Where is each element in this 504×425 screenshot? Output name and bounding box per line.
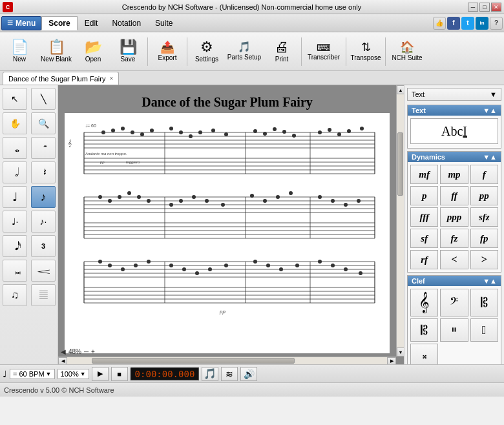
hand-tool[interactable]: ✋ bbox=[3, 112, 27, 134]
dynamic-sf[interactable]: sf bbox=[410, 229, 438, 248]
status-text: Crescendo v 5.00 © NCH Software bbox=[4, 386, 114, 394]
dynamic-rf[interactable]: rf bbox=[410, 250, 438, 269]
dotted-quarter-tool[interactable]: ♩· bbox=[3, 211, 27, 233]
scroll-thumb[interactable] bbox=[397, 132, 403, 196]
vertical-scrollbar[interactable]: ▲ ▼ bbox=[396, 85, 404, 357]
double-note-tool[interactable]: 𝅜 bbox=[3, 260, 27, 282]
dynamic-p[interactable]: p bbox=[410, 186, 438, 205]
multi-measure-tool[interactable]: 𝄚 bbox=[31, 284, 56, 306]
tempo-down-arrow[interactable]: ▼ bbox=[46, 371, 52, 377]
new-button[interactable]: 📄 New bbox=[3, 34, 36, 69]
open-button[interactable]: 📂 Open bbox=[76, 34, 110, 69]
parts-setup-icon: 🎵 bbox=[238, 42, 251, 52]
line-tool[interactable]: ╲ bbox=[31, 88, 56, 110]
text-section-collapse[interactable]: ▼▲ bbox=[483, 107, 497, 114]
tab-score[interactable]: Score bbox=[41, 16, 77, 30]
dynamic-sfz[interactable]: sfz bbox=[470, 207, 498, 227]
type-dropdown[interactable]: Text ▼ bbox=[407, 88, 501, 101]
neutral-clef-button[interactable]: 𝄨 bbox=[470, 318, 498, 342]
select-tool[interactable]: ↖ bbox=[3, 88, 27, 110]
facebook-button[interactable]: f bbox=[447, 17, 460, 30]
menu-button[interactable]: ☰ Menu bbox=[1, 16, 41, 30]
dynamic-fff[interactable]: fff bbox=[410, 207, 438, 227]
tenor-clef-button[interactable]: 𝄡 bbox=[410, 318, 438, 342]
print-button[interactable]: 🖨 Print bbox=[265, 34, 299, 69]
like-button[interactable]: 👍 bbox=[433, 17, 446, 30]
dynamic-decresc[interactable]: > bbox=[470, 250, 498, 269]
dynamic-fz[interactable]: fz bbox=[440, 229, 468, 248]
score-tab[interactable]: Dance of the Sugar Plum Fairy × bbox=[3, 72, 119, 85]
dynamic-fp[interactable]: fp bbox=[470, 229, 498, 248]
text-sample-button[interactable]: AbcI bbox=[410, 118, 498, 144]
alto-clef-button[interactable]: 𝄡 bbox=[470, 289, 498, 316]
zoom-control[interactable]: 100% ▼ bbox=[58, 369, 89, 379]
half-note-tool[interactable]: 𝅗𝅥 bbox=[3, 161, 27, 183]
save-button[interactable]: 💾 Save bbox=[111, 34, 145, 69]
dynamics-section-header[interactable]: Dynamics ▼▲ bbox=[408, 152, 501, 162]
dynamic-f[interactable]: f bbox=[470, 165, 498, 184]
dynamic-mp[interactable]: mp bbox=[440, 165, 468, 184]
score-tab-close[interactable]: × bbox=[109, 75, 113, 82]
dynamic-mf[interactable]: mf bbox=[410, 165, 438, 184]
dynamic-ff[interactable]: ff bbox=[440, 186, 468, 205]
close-button[interactable]: ✕ bbox=[491, 3, 501, 12]
dynamic-ppp[interactable]: ppp bbox=[440, 207, 468, 227]
maximize-button[interactable]: □ bbox=[479, 3, 490, 12]
beam-tool[interactable]: ♫ bbox=[3, 284, 27, 306]
half-rest-tool[interactable]: 𝄼 bbox=[31, 137, 56, 159]
dynamics-section-collapse[interactable]: ▼▲ bbox=[483, 153, 497, 161]
tab-edit[interactable]: Edit bbox=[78, 16, 105, 30]
hscroll-track[interactable] bbox=[67, 357, 387, 364]
hscroll-thumb[interactable] bbox=[92, 358, 295, 364]
treble-clef-button[interactable]: 𝄞 bbox=[410, 289, 438, 316]
waveform-button[interactable]: ≋ bbox=[221, 367, 238, 381]
quarter-note-tool[interactable]: ♩ bbox=[3, 186, 27, 208]
scroll-up-button[interactable]: ▲ bbox=[397, 85, 404, 94]
tab-suite[interactable]: Suite bbox=[148, 16, 180, 30]
hamburger-icon: ☰ bbox=[7, 19, 13, 26]
svg-point-67 bbox=[221, 203, 225, 207]
score-area[interactable]: Dance of the Sugar Plum Fairy 𝄞 bbox=[58, 85, 404, 364]
horizontal-scrollbar[interactable]: ◀ ▶ bbox=[58, 357, 396, 364]
clef-section-header[interactable]: Clef ▼▲ bbox=[408, 276, 501, 286]
dynamic-cresc[interactable]: < bbox=[440, 250, 468, 269]
scroll-left-button[interactable]: ◀ bbox=[58, 357, 67, 364]
scroll-track[interactable] bbox=[397, 94, 404, 347]
nch-suite-button[interactable]: 🏠 NCH Suite bbox=[388, 34, 426, 69]
twitter-button[interactable]: t bbox=[461, 17, 474, 30]
svg-point-105 bbox=[318, 260, 322, 264]
whole-note-tool[interactable]: 𝅝 bbox=[3, 137, 27, 159]
transpose-button[interactable]: ⇅ Transpose bbox=[349, 34, 383, 69]
linkedin-button[interactable]: in bbox=[476, 17, 488, 30]
tempo-control[interactable]: = 60 BPM ▼ bbox=[10, 369, 55, 379]
sixteenth-note-tool[interactable]: 𝅘𝅥𝅯 bbox=[3, 235, 27, 257]
eighth-note-tool[interactable]: ♪ bbox=[31, 186, 56, 208]
grace-note-tool[interactable]: 𝆒 bbox=[31, 260, 56, 282]
tab-notation[interactable]: Notation bbox=[105, 16, 148, 30]
clef-section-collapse[interactable]: ▼▲ bbox=[483, 277, 497, 285]
bass-clef-button[interactable]: 𝄢 bbox=[440, 289, 468, 316]
zoom-tool[interactable]: 🔍 bbox=[31, 112, 56, 134]
scroll-down-button[interactable]: ▼ bbox=[397, 347, 404, 357]
help-button[interactable]: ? bbox=[490, 17, 503, 30]
speaker-button[interactable]: 🔊 bbox=[240, 367, 257, 381]
dynamics-section-content: mf mp f p ff pp fff ppp sfz sf fz fp rf … bbox=[408, 162, 501, 272]
parts-setup-button[interactable]: 🎵 Parts Setup bbox=[225, 34, 264, 69]
zoom-down-arrow[interactable]: ▼ bbox=[80, 371, 86, 377]
new-blank-button[interactable]: 📋 New Blank bbox=[37, 34, 75, 69]
combined-clef-button[interactable]: 𝄪 bbox=[410, 344, 438, 364]
stop-button[interactable]: ■ bbox=[111, 367, 128, 381]
scroll-right-button[interactable]: ▶ bbox=[387, 357, 396, 364]
dynamic-pp[interactable]: pp bbox=[470, 186, 498, 205]
settings-button[interactable]: ⚙ Settings bbox=[190, 34, 224, 69]
transcriber-button[interactable]: ⌨ Transcriber bbox=[304, 34, 343, 69]
quarter-rest-tool[interactable]: 𝄽 bbox=[31, 161, 56, 183]
play-button[interactable]: ▶ bbox=[92, 367, 109, 381]
minimize-button[interactable]: ─ bbox=[468, 3, 478, 12]
metronome-button[interactable]: 🎵 bbox=[202, 367, 218, 381]
text-section-header[interactable]: Text ▼▲ bbox=[408, 105, 501, 116]
dotted-eighth-tool[interactable]: ♪· bbox=[31, 211, 56, 233]
export-button[interactable]: 📤 Export bbox=[151, 34, 184, 69]
percussion-clef-button[interactable]: 𝄥 bbox=[440, 318, 468, 342]
triplet-tool[interactable]: 3 bbox=[31, 235, 56, 257]
